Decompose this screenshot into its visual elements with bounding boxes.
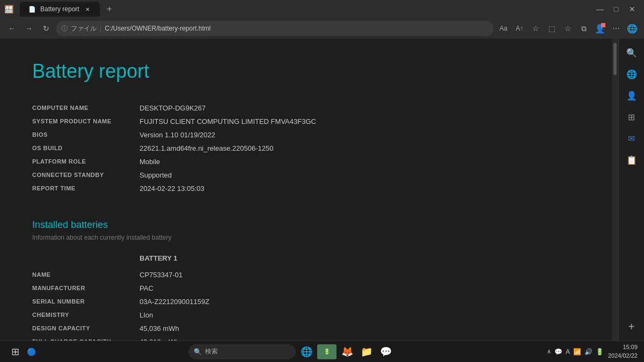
os-build-label: OS BUILD — [32, 144, 140, 151]
connected-standby-row: CONNECTED STANDBY Supported — [32, 171, 580, 179]
tray-speaker[interactable]: 🔊 — [584, 348, 592, 356]
taskbar-teams-icon[interactable]: 💬 — [377, 343, 394, 360]
tab-close-button[interactable]: ✕ — [84, 5, 91, 13]
favorites-button[interactable]: ☆ — [528, 21, 543, 36]
taskbar-left: ⊞ 🔵 — [6, 343, 36, 360]
minimize-button[interactable]: — — [592, 2, 608, 17]
toolbar-icons: Aa A↑ ☆ ⬚ ☆ ⧉ 👤 ⋯ 🌐 — [496, 21, 640, 36]
tray-chat[interactable]: 💬 — [554, 348, 562, 356]
platform-role-row: PLATFORM ROLE Mobile — [32, 158, 580, 166]
computer-name-row: COMPUTER NAME DESKTOP-DG9K267 — [32, 104, 580, 112]
side-apps-button[interactable]: ⊞ — [622, 107, 641, 127]
battery-name-value: CP753347-01 — [140, 271, 182, 279]
navigation-toolbar: ← → ↻ ⓘ ファイル | C:/Users/OWNER/battery-re… — [0, 18, 644, 39]
taskbar-edge-icon[interactable]: 🦊 — [339, 343, 356, 360]
connected-standby-label: CONNECTED STANDBY — [32, 171, 140, 178]
taskbar-files-icon[interactable]: 📁 — [358, 343, 375, 360]
forward-button[interactable]: → — [21, 21, 36, 36]
side-mail-button[interactable]: ✉ — [622, 129, 641, 148]
side-profile-button[interactable]: 👤 — [622, 86, 641, 105]
maximize-button[interactable]: □ — [609, 2, 624, 17]
taskbar-search[interactable]: 🔍 検索 — [188, 344, 296, 359]
report-title: Battery report — [32, 60, 580, 83]
report-time-label: REPORT TIME — [32, 184, 140, 191]
report-time-row: REPORT TIME 2024-02-22 13:05:03 — [32, 184, 580, 193]
manufacturer-row: MANUFACTURER PAC — [32, 284, 580, 292]
loading-indicator: 🔵 — [27, 348, 36, 356]
serial-number-value: 03A-Z221209001159Z — [140, 298, 209, 306]
battery-name-row: NAME CP753347-01 — [32, 271, 580, 279]
tray-caret[interactable]: ∧ — [547, 348, 551, 355]
refresh-button[interactable]: ↻ — [39, 21, 54, 36]
tray-battery[interactable]: 🔋 — [596, 348, 604, 356]
side-search-button[interactable]: 🔍 — [622, 43, 641, 62]
battery-info-table: NAME CP753347-01 MANUFACTURER PAC SERIAL… — [32, 271, 580, 341]
side-outlook-button[interactable]: 📋 — [622, 150, 641, 169]
url-text: C:/Users/OWNER/battery-report.html — [105, 25, 210, 32]
translate-button[interactable]: A↑ — [512, 21, 527, 36]
design-capacity-label: DESIGN CAPACITY — [32, 324, 140, 331]
installed-batteries-subtitle: Information about each currently install… — [32, 234, 580, 241]
info-icon: ⓘ — [61, 24, 68, 33]
bios-label: BIOS — [32, 131, 140, 138]
battery-name-label: NAME — [32, 271, 140, 278]
read-aloud-button[interactable]: Aa — [496, 21, 511, 36]
installed-batteries-section: Installed batteries Information about ea… — [32, 219, 580, 341]
os-build-row: OS BUILD 22621.1.amd64fre.ni_release.220… — [32, 144, 580, 152]
side-web-button[interactable]: 🌐 — [622, 64, 641, 84]
page-content: Battery report COMPUTER NAME DESKTOP-DG9… — [0, 39, 612, 341]
windows-logo: 🪟 — [4, 5, 13, 13]
manufacturer-value: PAC — [140, 284, 153, 292]
design-capacity-row: DESIGN CAPACITY 45,036 mWh — [32, 324, 580, 333]
address-bar[interactable]: ⓘ ファイル | C:/Users/OWNER/battery-report.h… — [56, 21, 494, 36]
side-add-button[interactable]: + — [622, 317, 641, 336]
installed-batteries-title: Installed batteries — [32, 219, 580, 231]
os-build-value: 22621.1.amd64fre.ni_release.220506-1250 — [140, 144, 273, 152]
system-product-row: SYSTEM PRODUCT NAME FUJITSU CLIENT COMPU… — [32, 117, 580, 125]
edge-icon: 🌐 — [625, 21, 640, 36]
search-placeholder: 検索 — [205, 347, 218, 356]
taskbar-browser-thumbnail[interactable]: 🔋 — [317, 344, 336, 359]
manufacturer-label: MANUFACTURER — [32, 284, 140, 291]
serial-number-row: SERIAL NUMBER 03A-Z221209001159Z — [32, 298, 580, 306]
system-clock[interactable]: 15:09 2024/02/22 — [608, 343, 638, 360]
serial-number-label: SERIAL NUMBER — [32, 298, 140, 305]
taskbar: ⊞ 🔵 🔍 検索 🌐 🔋 🦊 📁 💬 ∧ 💬 A 📶 🔊 🔋 15:09 202… — [0, 341, 644, 362]
separator: | — [100, 25, 101, 32]
chemistry-value: LIon — [140, 311, 153, 319]
profile-button[interactable]: 👤 — [592, 21, 608, 36]
report-time-value: 2024-02-22 13:05:03 — [140, 184, 204, 193]
taskbar-file-manager[interactable]: 🌐 — [298, 343, 315, 360]
system-product-label: SYSTEM PRODUCT NAME — [32, 117, 140, 124]
tray-keyboard[interactable]: A — [566, 348, 570, 356]
taskbar-center: 🔍 検索 🌐 🔋 🦊 📁 💬 — [40, 343, 543, 360]
scrollbar-thumb[interactable] — [613, 43, 617, 75]
title-bar: 🪟 📄 Battery report ✕ + — □ ✕ — [0, 0, 644, 18]
pin-button[interactable]: ☆ — [560, 21, 575, 36]
scrollbar[interactable] — [612, 39, 618, 341]
start-button[interactable]: ⊞ — [6, 343, 24, 360]
system-info-table: COMPUTER NAME DESKTOP-DG9K267 SYSTEM PRO… — [32, 104, 580, 193]
system-tray: ∧ 💬 A 📶 🔊 🔋 — [547, 348, 604, 356]
design-capacity-value: 45,036 mWh — [140, 324, 179, 333]
computer-name-value: DESKTOP-DG9K267 — [140, 104, 206, 112]
tray-wifi[interactable]: 📶 — [573, 348, 581, 356]
connected-standby-value: Supported — [140, 171, 172, 179]
side-panel: 🔍 🌐 👤 ⊞ ✉ 📋 + — [618, 39, 644, 341]
chemistry-row: CHEMISTRY LIon — [32, 311, 580, 319]
tab-label: Battery report — [40, 5, 79, 13]
new-tab-button[interactable]: + — [102, 2, 117, 17]
settings-more-button[interactable]: ⋯ — [609, 21, 624, 36]
chemistry-label: CHEMISTRY — [32, 311, 140, 318]
platform-role-label: PLATFORM ROLE — [32, 158, 140, 165]
clock-date: 2024/02/22 — [608, 352, 638, 360]
close-button[interactable]: ✕ — [625, 2, 640, 17]
back-button[interactable]: ← — [4, 21, 19, 36]
computer-name-label: COMPUTER NAME — [32, 104, 140, 111]
tab-icon: 📄 — [28, 6, 36, 13]
screenshot-button[interactable]: ⧉ — [576, 21, 591, 36]
bios-value: Version 1.10 01/19/2022 — [140, 131, 215, 139]
clock-time: 15:09 — [608, 343, 638, 351]
split-screen-button[interactable]: ⬚ — [544, 21, 559, 36]
active-tab[interactable]: 📄 Battery report ✕ — [20, 2, 100, 17]
